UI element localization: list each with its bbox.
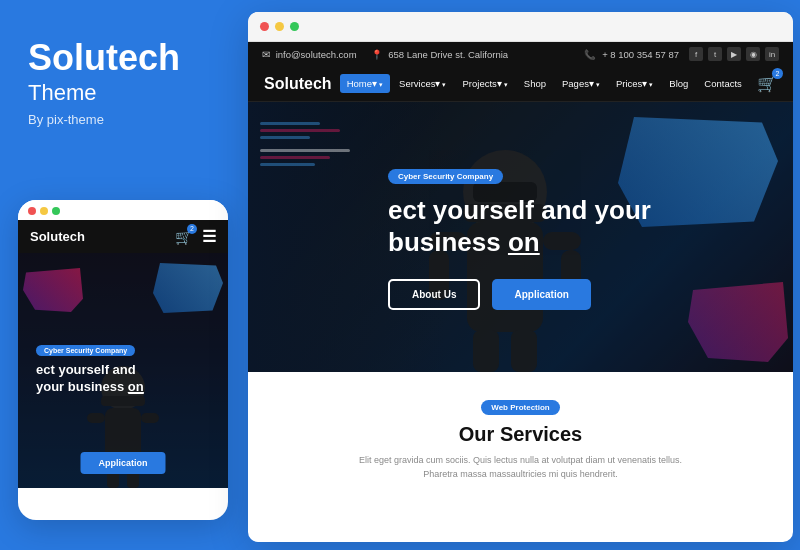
nav-link-prices[interactable]: Prices▾ — [609, 74, 660, 93]
nav-link-shop[interactable]: Shop — [517, 74, 553, 93]
browser-dot-red — [260, 22, 269, 31]
site-nav-cart[interactable]: 🛒 2 — [757, 74, 777, 93]
site-info-left: ✉ info@solutech.com 📍 658 Lane Drive st.… — [262, 49, 508, 60]
hero-title-on: on — [508, 227, 540, 257]
mobile-nav: Solutech 🛒 2 ☰ — [18, 220, 228, 253]
site-logo: Solutech — [264, 75, 332, 93]
hero-code-lines — [260, 122, 350, 166]
mobile-hero-title: ect yourself and your business on — [28, 362, 152, 396]
site-info-right: 📞 + 8 100 354 57 87 f t ▶ ◉ in — [584, 47, 779, 61]
nav-link-contacts[interactable]: Contacts — [697, 74, 749, 93]
browser-top-bar — [248, 12, 793, 42]
browser-mockup: ✉ info@solutech.com 📍 658 Lane Drive st.… — [248, 12, 793, 542]
brand-name: Solutech — [28, 38, 220, 78]
nav-link-services[interactable]: Services▾ — [392, 74, 453, 93]
linkedin-icon[interactable]: in — [765, 47, 779, 61]
site-nav-cart-badge: 2 — [772, 68, 783, 79]
brand-subtitle: Theme — [28, 80, 220, 106]
site-services: Web Protection Our Services Elit eget gr… — [248, 372, 793, 497]
nav-link-pages[interactable]: Pages▾ — [555, 74, 607, 93]
mobile-window-dots — [28, 207, 60, 215]
about-us-button[interactable]: About Us — [388, 279, 480, 310]
site-phone: 📞 + 8 100 354 57 87 — [584, 49, 679, 60]
mobile-hamburger-icon[interactable]: ☰ — [202, 227, 216, 246]
site-email: ✉ info@solutech.com — [262, 49, 357, 60]
mobile-top-bar — [18, 200, 228, 220]
services-description: Elit eget gravida cum sociis. Quis lectu… — [311, 454, 731, 481]
nav-link-home[interactable]: Home▾ — [340, 74, 390, 93]
location-icon: 📍 — [371, 49, 383, 60]
services-badge: Web Protection — [481, 400, 560, 415]
mobile-cta-button[interactable]: Application — [81, 452, 166, 474]
hero-buttons: About Us Application — [388, 279, 793, 310]
mobile-cart-badge: 2 — [187, 224, 197, 234]
youtube-icon[interactable]: ▶ — [727, 47, 741, 61]
mobile-dot-yellow — [40, 207, 48, 215]
mobile-hero-badge: Cyber Security Company — [36, 345, 135, 356]
site-info-bar: ✉ info@solutech.com 📍 658 Lane Drive st.… — [248, 42, 793, 66]
brand-author: By pix-theme — [28, 112, 220, 127]
mobile-mockup: Solutech 🛒 2 ☰ Cyber — [18, 200, 228, 520]
facebook-icon[interactable]: f — [689, 47, 703, 61]
site-nav-links: Home▾ Services▾ Projects▾ Shop Pages▾ Pr… — [340, 74, 749, 93]
services-title: Our Services — [264, 423, 777, 446]
application-button[interactable]: Application — [492, 279, 590, 310]
site-hero: Cyber Security Company ect yourself and … — [248, 102, 793, 372]
svg-rect-16 — [511, 330, 537, 372]
mobile-cart-icon[interactable]: 🛒 2 — [175, 229, 192, 245]
mobile-hero: Cyber Security Company ect yourself and … — [18, 253, 228, 488]
browser-dot-yellow — [275, 22, 284, 31]
site-nav: Solutech Home▾ Services▾ Projects▾ Shop … — [248, 66, 793, 102]
hero-title: ect yourself and your business on — [388, 194, 793, 259]
hero-content: Cyber Security Company ect yourself and … — [248, 165, 793, 310]
site-social-icons: f t ▶ ◉ in — [689, 47, 779, 61]
hero-badge: Cyber Security Company — [388, 169, 503, 184]
mobile-dot-green — [52, 207, 60, 215]
twitter-icon[interactable]: t — [708, 47, 722, 61]
svg-rect-15 — [473, 330, 499, 372]
email-icon: ✉ — [262, 49, 270, 60]
browser-dot-green — [290, 22, 299, 31]
nav-link-blog[interactable]: Blog — [662, 74, 695, 93]
mobile-nav-right: 🛒 2 ☰ — [175, 227, 216, 246]
mobile-dot-red — [28, 207, 36, 215]
phone-icon: 📞 — [584, 49, 596, 60]
mobile-logo: Solutech — [30, 229, 85, 244]
instagram-icon[interactable]: ◉ — [746, 47, 760, 61]
site-address: 📍 658 Lane Drive st. California — [371, 49, 509, 60]
nav-link-projects[interactable]: Projects▾ — [455, 74, 514, 93]
